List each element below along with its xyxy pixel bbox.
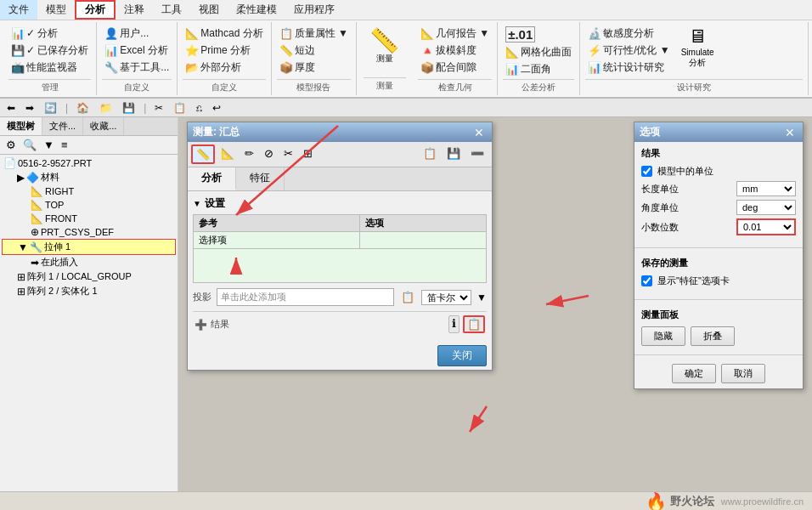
options-angle-unit-select[interactable]: deg bbox=[736, 200, 796, 215]
ribbon-btn-perf-monitor[interactable]: 📺性能监视器 bbox=[8, 60, 91, 76]
ribbon-btn-clearance[interactable]: 📦配合间隙 bbox=[418, 60, 492, 76]
measure-toolbar-btn-circle[interactable]: ⊘ bbox=[260, 144, 278, 164]
measure-settings-collapse[interactable]: ▼ bbox=[193, 199, 201, 208]
watermark-logo: 🔥 bbox=[646, 491, 667, 511]
measure-result-collapse[interactable]: ➕ bbox=[195, 319, 207, 331]
ribbon-btn-thickness[interactable]: 📦厚度 bbox=[277, 60, 351, 76]
options-ok-btn[interactable]: 确定 bbox=[672, 364, 716, 383]
options-collapse-btn[interactable]: 折叠 bbox=[691, 326, 735, 346]
options-saved-measurement-section: 保存的测量 显示"特征"选项卡 bbox=[634, 252, 803, 296]
ribbon-btn-user[interactable]: 👤用户... bbox=[102, 26, 172, 42]
toolbar-forward-btn[interactable]: ➡ bbox=[22, 101, 37, 115]
measure-dialog-tabs: 分析 特征 bbox=[188, 167, 492, 191]
ribbon-btn-geo-report[interactable]: 📐几何报告 ▼ bbox=[418, 26, 492, 42]
toolbar-folder-btn[interactable]: 📁 bbox=[96, 101, 116, 115]
ribbon-btn-dihedral[interactable]: 📊二面角 bbox=[503, 61, 574, 77]
toolbar-copy-btn[interactable]: 📋 bbox=[170, 101, 189, 115]
ribbon-btn-prime[interactable]: ⭐Prime 分析 bbox=[183, 42, 265, 59]
menu-analysis[interactable]: 分析 bbox=[75, 0, 116, 20]
options-length-unit-select[interactable]: mm bbox=[736, 181, 796, 196]
ribbon-btn-mass-properties[interactable]: 📋质量属性 ▼ bbox=[277, 26, 351, 42]
options-show-feature-checkbox[interactable] bbox=[641, 275, 652, 286]
measure-result-copy-btn[interactable]: 📋 bbox=[463, 315, 485, 333]
measure-toolbar-btn-save[interactable]: 💾 bbox=[443, 144, 465, 164]
measure-result-label: 结果 bbox=[211, 318, 229, 331]
tree-item-material[interactable]: ▶ 🔷 材料 bbox=[2, 170, 176, 184]
options-hide-btn[interactable]: 隐藏 bbox=[641, 326, 685, 346]
ribbon-btn-short-edge[interactable]: 📏短边 bbox=[277, 42, 351, 59]
options-dialog-close[interactable]: ✕ bbox=[782, 126, 798, 139]
mass-icon: 📋 bbox=[279, 27, 293, 40]
toolbar-redo-btn[interactable]: ↩ bbox=[209, 101, 224, 115]
options-decimal-select[interactable]: 0.01 bbox=[736, 218, 796, 235]
ribbon-btn-sensitivity[interactable]: 🔬敏感度分析 bbox=[585, 26, 673, 42]
menu-file[interactable]: 文件 bbox=[0, 0, 37, 20]
tree-item-right[interactable]: 📐 RIGHT bbox=[2, 184, 176, 198]
ribbon-btn-draft-angle[interactable]: 🔺拔模斜度 bbox=[418, 42, 492, 59]
tree-icon-filter[interactable]: ▼ bbox=[41, 138, 57, 152]
toolbar-refresh-btn[interactable]: 🔄 bbox=[41, 101, 60, 115]
tree-icon-settings[interactable]: ⚙ bbox=[3, 138, 19, 152]
menu-view[interactable]: 视图 bbox=[190, 0, 228, 20]
menu-tools[interactable]: 工具 bbox=[153, 0, 190, 20]
measure-tab-feature[interactable]: 特征 bbox=[236, 167, 285, 190]
menu-flexible-modeling[interactable]: 柔性建模 bbox=[228, 0, 285, 20]
ribbon-btn-feasibility[interactable]: ⚡可行性/优化 ▼ bbox=[585, 42, 673, 59]
left-tab-favorites[interactable]: 收藏... bbox=[83, 117, 124, 135]
measure-projection-dropdown[interactable]: ▼ bbox=[476, 292, 487, 303]
toolbar-back-btn[interactable]: ⬅ bbox=[3, 101, 19, 115]
watermark: 🔥 野火论坛 www.proewildfire.cn bbox=[646, 491, 804, 511]
ribbon-row-custom: 👤用户... 📊Excel 分析 🔧基于工具... bbox=[102, 24, 172, 77]
measure-dialog-titlebar[interactable]: 测量: 汇总 ✕ bbox=[188, 122, 492, 142]
options-dialog-titlebar[interactable]: 选项 ✕ bbox=[634, 122, 803, 142]
left-tab-model-tree[interactable]: 模型树 bbox=[0, 117, 42, 135]
options-cancel-btn[interactable]: 取消 bbox=[721, 364, 765, 383]
ribbon-btn-stat-study[interactable]: 📊统计设计研究 bbox=[585, 60, 673, 76]
ribbon-btn-excel[interactable]: 📊Excel 分析 bbox=[102, 42, 172, 59]
measure-projection-input[interactable]: 单击此处添加项 bbox=[217, 288, 394, 306]
tree-item-array2[interactable]: ⊞ 阵列 2 / 实体化 1 bbox=[2, 284, 176, 298]
measure-toolbar-btn-angle[interactable]: 📐 bbox=[217, 144, 239, 164]
ribbon-btn-analysis[interactable]: 📊✓ 分析 bbox=[8, 26, 91, 42]
toolbar-cut-btn[interactable]: ✂ bbox=[151, 101, 166, 115]
measure-table-cell-option[interactable] bbox=[359, 232, 486, 249]
ribbon-btn-tool-based[interactable]: 🔧基于工具... bbox=[102, 60, 172, 76]
tree-item-prt-csys[interactable]: ⊕ PRT_CSYS_DEF bbox=[2, 225, 176, 239]
measure-dialog-close[interactable]: ✕ bbox=[471, 126, 487, 139]
ribbon-btn-external[interactable]: 📂外部分析 bbox=[183, 60, 265, 76]
measure-projection-icon1[interactable]: 📋 bbox=[399, 289, 416, 305]
measure-tab-analysis[interactable]: 分析 bbox=[188, 167, 236, 190]
toolbar-undo-btn[interactable]: ⎌ bbox=[193, 101, 206, 115]
ribbon-btn-tolerance-analysis[interactable]: ±.01 bbox=[503, 26, 574, 43]
ribbon-btn-mesh-surface[interactable]: 📐网格化曲面 bbox=[503, 44, 574, 60]
toolbar-home-btn[interactable]: 🏠 bbox=[73, 101, 93, 115]
left-tab-files[interactable]: 文件... bbox=[42, 117, 83, 135]
measure-toolbar-btn-cut[interactable]: ✂ bbox=[279, 144, 297, 164]
ribbon-btn-saved-analysis[interactable]: 💾✓ 已保存分析 bbox=[8, 42, 91, 59]
ribbon-btn-measure[interactable]: 📏 测量 bbox=[364, 27, 406, 66]
menu-model[interactable]: 模型 bbox=[37, 0, 75, 20]
toolbar-save-btn[interactable]: 💾 bbox=[119, 101, 138, 115]
measure-projection-type[interactable]: 笛卡尔 bbox=[421, 290, 471, 305]
menu-applications[interactable]: 应用程序 bbox=[285, 0, 343, 20]
tree-item-stretch1[interactable]: ▼ 🔧 拉伸 1 bbox=[2, 239, 176, 255]
tree-item-front[interactable]: 📐 FRONT bbox=[2, 212, 176, 225]
tree-item-array1[interactable]: ⊞ 阵列 1 / LOCAL_GROUP bbox=[2, 269, 176, 284]
measure-table-cell-ref[interactable]: 选择项 bbox=[194, 232, 360, 249]
measure-result-info-btn[interactable]: ℹ bbox=[448, 315, 460, 333]
measure-close-btn[interactable]: 关闭 bbox=[437, 345, 487, 366]
measure-toolbar-btn-minus[interactable]: ➖ bbox=[466, 144, 488, 164]
tree-item-file[interactable]: 📄 0516-2-9527.PRT bbox=[2, 156, 176, 170]
options-model-units-checkbox[interactable] bbox=[641, 166, 652, 177]
options-show-feature-label: 显示"特征"选项卡 bbox=[657, 275, 796, 287]
measure-toolbar-btn-edit[interactable]: ✏ bbox=[240, 144, 258, 164]
measure-toolbar-btn-grid[interactable]: ⊞ bbox=[299, 144, 317, 164]
measure-toolbar-btn-ruler[interactable]: 📏 bbox=[191, 144, 215, 164]
tree-item-top[interactable]: 📐 TOP bbox=[2, 198, 176, 212]
tree-item-insert-here[interactable]: ➡ 在此插入 bbox=[2, 255, 176, 269]
measure-toolbar-btn-copy[interactable]: 📋 bbox=[419, 144, 441, 164]
tree-icon-search[interactable]: 🔍 bbox=[20, 138, 39, 152]
tree-icon-expand[interactable]: ≡ bbox=[59, 138, 70, 152]
menu-annotation[interactable]: 注释 bbox=[116, 0, 153, 20]
ribbon-btn-mathcad[interactable]: 📐Mathcad 分析 bbox=[183, 26, 265, 42]
